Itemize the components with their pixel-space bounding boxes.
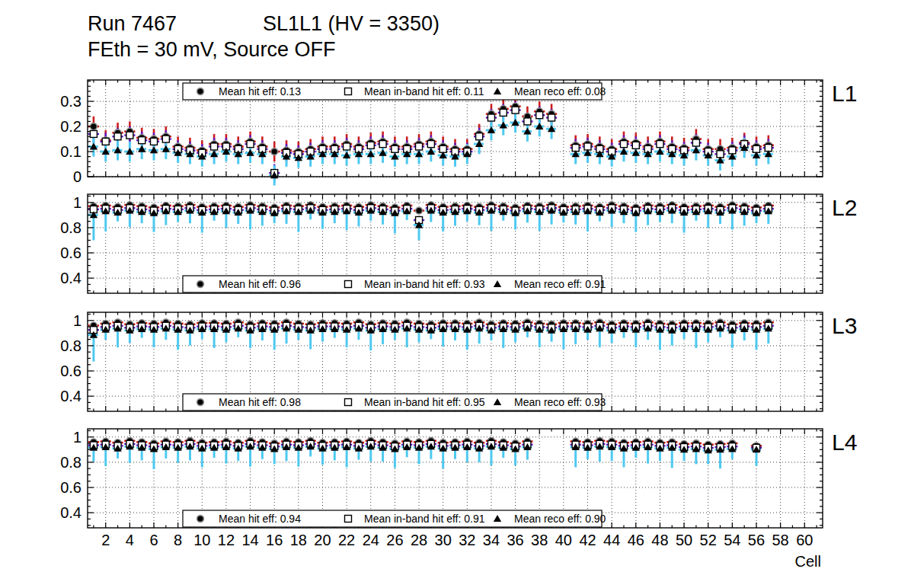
svg-text:46: 46 <box>628 532 644 548</box>
svg-text:Mean hit eff: 0.13: Mean hit eff: 0.13 <box>219 85 301 97</box>
svg-text:28: 28 <box>411 532 427 548</box>
svg-text:0.4: 0.4 <box>60 270 82 286</box>
svg-text:0.4: 0.4 <box>60 388 82 404</box>
legend-L4: Mean hit eff: 0.94Mean in-band hit eff: … <box>183 510 606 527</box>
svg-text:2: 2 <box>101 532 110 548</box>
svg-text:0.8: 0.8 <box>60 219 82 236</box>
svg-text:34: 34 <box>483 532 500 548</box>
svg-text:1: 1 <box>73 194 82 211</box>
y-axis-labels-L2: 0.40.60.81 <box>60 194 82 286</box>
y-axis-labels-L1: 00.10.20.3 <box>60 93 82 185</box>
layer-label-L3: L3 <box>832 313 857 338</box>
svg-text:Mean reco eff: 0.93: Mean reco eff: 0.93 <box>514 396 606 408</box>
layer-label-L1: L1 <box>832 81 857 106</box>
svg-text:32: 32 <box>459 532 475 548</box>
svg-text:38: 38 <box>531 532 548 548</box>
svg-text:0.1: 0.1 <box>60 143 82 160</box>
svg-text:0.8: 0.8 <box>60 337 82 354</box>
svg-text:0.6: 0.6 <box>60 244 82 261</box>
svg-text:42: 42 <box>579 532 596 548</box>
svg-text:0: 0 <box>73 168 82 185</box>
svg-text:4: 4 <box>126 532 134 548</box>
y-axis-labels-L4: 0.40.60.81 <box>60 429 82 521</box>
svg-text:6: 6 <box>149 532 158 548</box>
svg-text:Mean hit eff: 0.98: Mean hit eff: 0.98 <box>219 396 301 408</box>
svg-text:8: 8 <box>174 532 182 548</box>
svg-text:Mean hit eff: 0.96: Mean hit eff: 0.96 <box>219 278 301 290</box>
svg-text:Mean reco eff: 0.90: Mean reco eff: 0.90 <box>514 513 606 525</box>
svg-text:44: 44 <box>603 532 620 548</box>
legend-L1: Mean hit eff: 0.13Mean in-band hit eff: … <box>183 83 606 100</box>
svg-text:Mean in-band hit eff: 0.95: Mean in-band hit eff: 0.95 <box>364 396 485 408</box>
legend-L3: Mean hit eff: 0.98Mean in-band hit eff: … <box>183 394 606 411</box>
svg-text:Mean in-band hit eff: 0.93: Mean in-band hit eff: 0.93 <box>364 278 485 290</box>
svg-text:52: 52 <box>700 532 717 548</box>
svg-text:Mean reco eff: 0.91: Mean reco eff: 0.91 <box>514 278 606 290</box>
svg-text:48: 48 <box>651 532 668 548</box>
svg-text:Mean hit eff: 0.94: Mean hit eff: 0.94 <box>219 513 301 525</box>
svg-text:0.3: 0.3 <box>60 93 82 110</box>
svg-text:40: 40 <box>555 532 572 548</box>
layer-label-L2: L2 <box>832 195 857 220</box>
panel-L3: 0.40.60.81L3Mean hit eff: 0.98Mean in-ba… <box>60 312 857 411</box>
svg-text:10: 10 <box>193 532 210 548</box>
svg-text:26: 26 <box>386 532 403 548</box>
root-canvas: { "header": { "run": "Run 7467", "chambe… <box>0 0 911 588</box>
svg-text:0.2: 0.2 <box>60 118 82 135</box>
svg-text:24: 24 <box>363 532 379 548</box>
svg-text:0.4: 0.4 <box>60 504 82 521</box>
efficiency-chart: 00.10.20.3L1Mean hit eff: 0.13Mean in-ba… <box>0 0 911 588</box>
svg-text:60: 60 <box>796 532 813 548</box>
svg-text:0.8: 0.8 <box>60 454 82 471</box>
svg-text:0.6: 0.6 <box>60 479 82 496</box>
legend-L2: Mean hit eff: 0.96Mean in-band hit eff: … <box>183 276 606 292</box>
svg-text:54: 54 <box>724 532 740 548</box>
svg-text:1: 1 <box>73 429 82 446</box>
x-axis-labels: 2468101214161820222426283032343638404244… <box>101 532 821 570</box>
svg-text:Mean reco eff: 0.08: Mean reco eff: 0.08 <box>514 85 606 97</box>
panel-L4: 0.40.60.81L4Mean hit eff: 0.94Mean in-ba… <box>60 429 857 528</box>
svg-text:Mean in-band hit eff: 0.11: Mean in-band hit eff: 0.11 <box>364 85 484 97</box>
series-markers <box>90 103 772 178</box>
svg-text:20: 20 <box>314 532 331 548</box>
svg-text:18: 18 <box>290 532 307 548</box>
svg-text:0.6: 0.6 <box>60 363 82 379</box>
svg-text:1: 1 <box>73 312 82 329</box>
svg-text:30: 30 <box>435 532 452 548</box>
svg-text:56: 56 <box>748 532 765 548</box>
svg-text:58: 58 <box>772 532 789 548</box>
svg-text:50: 50 <box>676 532 692 548</box>
panel-L2: 0.40.60.81L2Mean hit eff: 0.96Mean in-ba… <box>60 194 857 293</box>
x-axis-title: Cell <box>795 553 821 570</box>
svg-text:22: 22 <box>338 532 355 548</box>
svg-text:Mean in-band hit eff: 0.91: Mean in-band hit eff: 0.91 <box>364 513 485 525</box>
layer-label-L4: L4 <box>832 430 857 455</box>
svg-text:16: 16 <box>266 532 283 548</box>
panel-L1: 00.10.20.3L1Mean hit eff: 0.13Mean in-ba… <box>60 80 857 186</box>
y-axis-labels-L3: 0.40.60.81 <box>60 312 82 404</box>
svg-text:14: 14 <box>241 532 258 548</box>
svg-text:12: 12 <box>218 532 235 548</box>
svg-text:36: 36 <box>507 532 523 548</box>
